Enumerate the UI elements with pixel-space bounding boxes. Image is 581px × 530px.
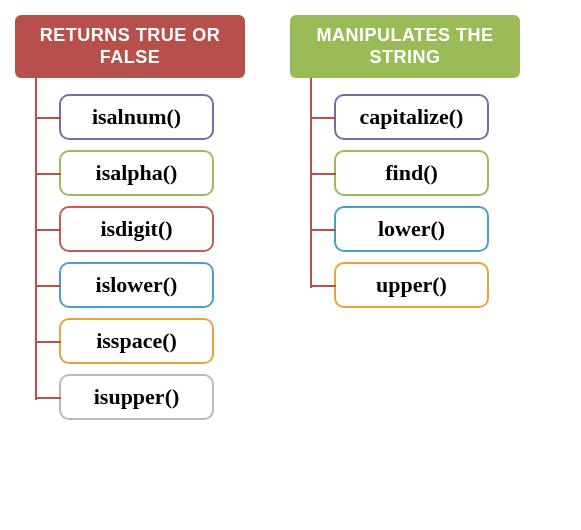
column-manipulates-string: MANIPULATES THE STRING capitalize() find… — [290, 15, 520, 318]
method-isalpha: isalpha() — [59, 150, 214, 196]
method-isspace: isspace() — [59, 318, 214, 364]
method-upper: upper() — [334, 262, 489, 308]
spine-mask — [33, 402, 39, 430]
method-islower: islower() — [59, 262, 214, 308]
method-isdigit: isdigit() — [59, 206, 214, 252]
column-header: RETURNS TRUE OR FALSE — [15, 15, 245, 78]
tree-returns-bool: isalnum() isalpha() isdigit() islower() … — [15, 78, 245, 430]
diagram-root: RETURNS TRUE OR FALSE isalnum() isalpha(… — [15, 15, 566, 430]
method-isupper: isupper() — [59, 374, 214, 420]
column-header: MANIPULATES THE STRING — [290, 15, 520, 78]
column-returns-bool: RETURNS TRUE OR FALSE isalnum() isalpha(… — [15, 15, 245, 430]
method-find: find() — [334, 150, 489, 196]
method-lower: lower() — [334, 206, 489, 252]
tree-manipulates-string: capitalize() find() lower() upper() — [290, 78, 520, 318]
spine-mask — [308, 290, 314, 318]
method-capitalize: capitalize() — [334, 94, 489, 140]
method-isalnum: isalnum() — [59, 94, 214, 140]
